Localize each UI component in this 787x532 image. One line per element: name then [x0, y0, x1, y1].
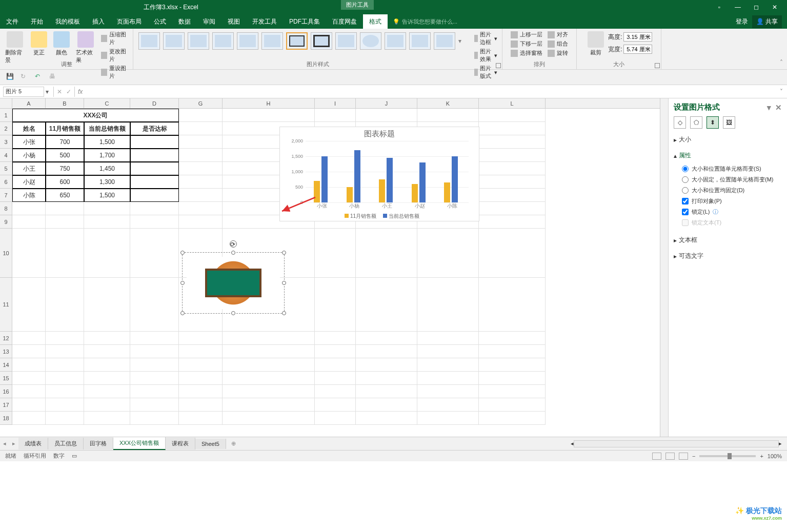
- width-input[interactable]: 宽度:: [608, 45, 652, 54]
- cell[interactable]: [12, 412, 46, 425]
- row-header[interactable]: 15: [0, 372, 12, 385]
- name-box-dropdown[interactable]: ▾: [44, 88, 50, 95]
- cell[interactable]: 1,500: [84, 189, 130, 202]
- vertical-scrollbar[interactable]: [660, 98, 668, 437]
- bring-forward-button[interactable]: 上移一层: [509, 30, 544, 39]
- cell[interactable]: [179, 149, 223, 162]
- embedded-chart[interactable]: 图表标题 05001,0001,5002,000 小张小杨小王小赵小陈 11月销…: [279, 127, 479, 221]
- resize-handle[interactable]: [231, 251, 235, 255]
- style-thumb[interactable]: [212, 32, 234, 50]
- cell[interactable]: [315, 332, 356, 345]
- cell[interactable]: [479, 345, 546, 358]
- cell[interactable]: [130, 345, 179, 358]
- cell[interactable]: [479, 175, 546, 189]
- cell[interactable]: 1,450: [84, 162, 130, 175]
- cell[interactable]: [12, 358, 46, 372]
- cell[interactable]: [130, 398, 179, 412]
- style-thumb[interactable]: [360, 32, 381, 50]
- tab-formulas[interactable]: 公式: [148, 14, 172, 29]
- cell[interactable]: [417, 412, 479, 425]
- zoom-in-button[interactable]: +: [760, 453, 763, 459]
- new-sheet-button[interactable]: ⊕: [226, 440, 241, 447]
- col-header[interactable]: H: [223, 98, 315, 108]
- style-thumb[interactable]: [385, 32, 406, 50]
- tab-mytemplates[interactable]: 我的模板: [49, 14, 86, 29]
- cell[interactable]: 小赵: [12, 175, 46, 189]
- resize-handle[interactable]: [282, 311, 286, 315]
- zoom-level[interactable]: 100%: [768, 453, 782, 459]
- corrections-button[interactable]: 更正: [29, 30, 49, 57]
- worksheet-grid[interactable]: A B C D G H I J K L 1XXX公司2姓名11月销售额当前总销售…: [0, 98, 660, 437]
- info-icon[interactable]: ⓘ: [713, 208, 718, 216]
- cell[interactable]: [179, 202, 223, 215]
- cell[interactable]: [315, 398, 356, 412]
- cell[interactable]: [356, 109, 417, 122]
- cell[interactable]: [179, 412, 223, 425]
- sheet-tab[interactable]: 课程表: [166, 438, 195, 449]
- cell[interactable]: [130, 372, 179, 385]
- cell[interactable]: [12, 372, 46, 385]
- cell[interactable]: [479, 162, 546, 175]
- cell[interactable]: [417, 109, 479, 122]
- tab-insert[interactable]: 插入: [86, 14, 111, 29]
- cell[interactable]: [46, 278, 84, 332]
- sheet-nav-next[interactable]: ▸: [9, 440, 18, 447]
- cell[interactable]: [179, 398, 223, 412]
- cell[interactable]: [130, 278, 179, 332]
- resize-handle[interactable]: [282, 251, 286, 255]
- cell[interactable]: [179, 162, 223, 175]
- cell[interactable]: [223, 372, 315, 385]
- row-header[interactable]: 18: [0, 412, 12, 425]
- cell[interactable]: [12, 202, 46, 215]
- col-header[interactable]: A: [12, 98, 46, 108]
- cell[interactable]: [12, 215, 46, 229]
- tab-format[interactable]: 格式: [363, 14, 388, 29]
- col-header[interactable]: K: [417, 98, 479, 108]
- cell[interactable]: 1,300: [84, 175, 130, 189]
- cell[interactable]: [356, 345, 417, 358]
- style-thumb[interactable]: [237, 32, 258, 50]
- horizontal-scrollbar[interactable]: ◂ ▸: [571, 440, 787, 447]
- section-size[interactable]: ▸ 大小: [674, 134, 782, 146]
- row-header[interactable]: 1: [0, 109, 12, 122]
- fx-icon[interactable]: fx: [78, 88, 83, 95]
- row-header[interactable]: 12: [0, 332, 12, 345]
- cell[interactable]: [479, 215, 546, 229]
- share-button[interactable]: 👤 共享: [752, 15, 782, 28]
- rotate-button[interactable]: 旋转: [546, 49, 570, 57]
- cell[interactable]: [84, 372, 130, 385]
- gallery-more-button[interactable]: ▾: [458, 32, 466, 50]
- pane-dropdown-icon[interactable]: ▾: [767, 103, 771, 112]
- cell[interactable]: 当前总销售额: [84, 122, 130, 135]
- name-box[interactable]: 图片 5: [3, 87, 44, 97]
- cell[interactable]: 小杨: [12, 149, 46, 162]
- collapse-ribbon-icon[interactable]: ˄: [780, 59, 783, 66]
- cell[interactable]: [84, 332, 130, 345]
- col-header[interactable]: D: [130, 98, 179, 108]
- sheet-tab[interactable]: 员工信息: [48, 438, 84, 449]
- cell[interactable]: [46, 229, 84, 278]
- view-page-layout-icon[interactable]: [665, 453, 675, 460]
- cell[interactable]: [417, 278, 479, 332]
- cell[interactable]: [356, 385, 417, 398]
- cell[interactable]: [417, 398, 479, 412]
- tab-pdftools[interactable]: PDF工具集: [283, 14, 326, 29]
- cell[interactable]: [479, 149, 546, 162]
- cell[interactable]: [12, 229, 46, 278]
- cell[interactable]: [130, 149, 179, 162]
- cell[interactable]: [479, 398, 546, 412]
- row-header[interactable]: 6: [0, 175, 12, 189]
- cell[interactable]: [84, 385, 130, 398]
- cell[interactable]: [479, 358, 546, 372]
- cell[interactable]: [130, 175, 179, 189]
- row-header[interactable]: 14: [0, 358, 12, 372]
- cell[interactable]: [179, 189, 223, 202]
- cell[interactable]: [46, 412, 84, 425]
- check-print-object[interactable]: 打印对象(P): [682, 196, 782, 207]
- cell[interactable]: [46, 358, 84, 372]
- cell[interactable]: 姓名: [12, 122, 46, 135]
- row-header[interactable]: 9: [0, 215, 12, 229]
- cell[interactable]: [417, 332, 479, 345]
- crop-button[interactable]: 裁剪: [586, 30, 606, 57]
- cell[interactable]: [479, 385, 546, 398]
